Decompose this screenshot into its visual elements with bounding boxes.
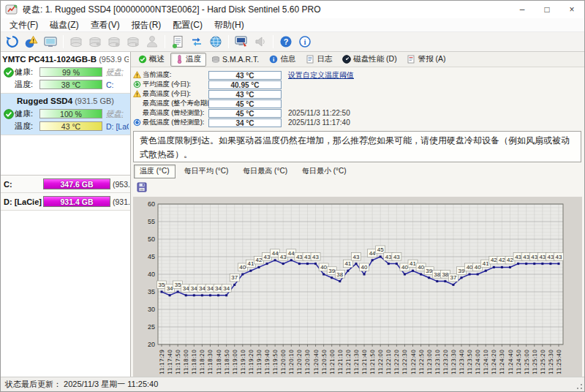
- set-threshold-link[interactable]: 设置自定义温度阈值: [288, 71, 354, 79]
- menu-view[interactable]: 查看(V): [85, 18, 126, 32]
- svg-text:11:19:00: 11:19:00: [232, 349, 238, 374]
- svg-text:11:20:30: 11:20:30: [304, 349, 311, 374]
- resize-grip-icon[interactable]: [574, 381, 584, 391]
- data-point: [225, 294, 227, 296]
- partition-row-c[interactable]: C: 347.6 GB (953.9 GB): [1, 176, 130, 193]
- data-point: [477, 273, 479, 275]
- data-point-label: 34: [199, 284, 205, 291]
- disk-tools-icon[interactable]: [105, 34, 124, 50]
- data-point-label: 43: [312, 253, 319, 260]
- data-point-label: 39: [458, 267, 465, 274]
- close-button[interactable]: ×: [559, 1, 584, 18]
- temp-gauge-value: 40.95 °C: [209, 81, 281, 88]
- data-point-label: 43: [296, 253, 303, 260]
- svg-text:11:21:30: 11:21:30: [353, 349, 360, 374]
- drive-size: (931.5 GB): [75, 97, 114, 105]
- svg-text:11:22:30: 11:22:30: [401, 349, 408, 374]
- svg-text:11:22:10: 11:22:10: [385, 349, 392, 374]
- window-title: 硬盘: 1. Rugged SSD4 [00000000NT3E0062] - …: [23, 4, 510, 16]
- check-circle-icon: [137, 55, 147, 64]
- network-icon[interactable]: [206, 34, 225, 50]
- tab-overview[interactable]: 概述: [134, 53, 170, 67]
- data-point: [322, 273, 325, 275]
- partition-size: 347.6 GB: [44, 179, 110, 189]
- data-point: [485, 269, 487, 271]
- data-point-label: 40: [467, 264, 473, 271]
- tab-log[interactable]: 日志: [301, 53, 337, 67]
- info-icon[interactable]: i: [295, 34, 314, 50]
- tab-disk-performance[interactable]: 磁盘性能 (D): [338, 53, 402, 67]
- menu-help[interactable]: 帮助(H): [208, 18, 250, 32]
- tab-smart[interactable]: S.M.A.R.T.: [207, 53, 264, 67]
- chart-tab-daily-max[interactable]: 每日最高 (°C): [237, 165, 293, 178]
- svg-text:11:24:20: 11:24:20: [491, 349, 497, 374]
- menu-disk[interactable]: 磁盘(Z): [44, 18, 84, 32]
- temp-row-label: 最高温度 (整个寿命期间):: [143, 99, 208, 108]
- health-value: 99 %: [40, 68, 102, 76]
- svg-text:11:24:30: 11:24:30: [499, 349, 505, 374]
- svg-text:20: 20: [148, 341, 155, 348]
- health-bar: 100 %: [39, 109, 102, 118]
- svg-text:45: 45: [148, 253, 155, 260]
- health-ok-icon: [2, 67, 15, 78]
- refresh-icon[interactable]: [3, 34, 22, 50]
- disk-link[interactable]: 硬盘:: [102, 67, 129, 78]
- sound-alert-icon[interactable]: [251, 34, 270, 50]
- save-chart-button[interactable]: [135, 181, 149, 193]
- partition-list: C: 347.6 GB (953.9 GB) D: [LaCie] 931.4 …: [1, 175, 130, 211]
- report-icon[interactable]: [168, 34, 187, 50]
- svg-text:11:21:00: 11:21:00: [329, 349, 336, 374]
- tab-temperature[interactable]: 温度: [170, 53, 206, 67]
- help-icon[interactable]: ?: [276, 34, 295, 50]
- menu-report[interactable]: 报告(R): [126, 18, 167, 32]
- data-point: [233, 283, 235, 285]
- chart-tab-daily-min[interactable]: 每日最小 (°C): [296, 165, 352, 178]
- drive-letter[interactable]: C:: [102, 80, 129, 89]
- partition-row-d[interactable]: D: [LaCie] 931.4 GB (931.5 GB): [1, 193, 130, 211]
- chart-tab-temperature[interactable]: 温度 (°C): [134, 165, 176, 178]
- data-point-label: 43: [393, 253, 400, 260]
- data-point: [436, 280, 438, 282]
- temp-row-label: 最高温度 (曾经测量):: [143, 108, 208, 118]
- surface-view-icon[interactable]: [41, 34, 60, 50]
- temp-bar: 43 °C: [39, 121, 102, 131]
- menu-file[interactable]: 文件(F): [4, 18, 44, 32]
- drive-letter[interactable]: D: [LaCie]: [102, 122, 129, 131]
- data-point: [428, 276, 430, 279]
- disk-test-icon[interactable]: [86, 34, 105, 50]
- health-label: 健康:: [15, 108, 39, 119]
- remote-monitor-icon[interactable]: [232, 34, 251, 50]
- data-point: [525, 263, 527, 265]
- drive-item-rugged-ssd4[interactable]: Rugged SSD4 (931.5 GB) 健康: 100 % 硬盘: 温度:…: [1, 94, 130, 135]
- disk-scan-icon[interactable]: [124, 34, 143, 50]
- data-point-label: 35: [159, 282, 165, 288]
- svg-text:11:23:20: 11:23:20: [442, 349, 449, 374]
- data-point-label: 40: [361, 264, 368, 271]
- drive-name: YMTC PC411-1024GB-B (953.9 GB): [2, 53, 129, 66]
- user-icon[interactable]: [143, 34, 162, 50]
- data-point: [193, 294, 195, 296]
- minimize-button[interactable]: –: [510, 1, 535, 18]
- info-circle-icon: i: [268, 55, 278, 64]
- drive-item-ymtc[interactable]: YMTC PC411-1024GB-B (953.9 GB) 健康: 99 % …: [1, 52, 130, 94]
- menu-config[interactable]: 配置(C): [167, 18, 208, 32]
- tab-information[interactable]: i 信息: [265, 53, 301, 67]
- data-point: [509, 265, 511, 268]
- disk-icon: [211, 55, 220, 64]
- data-point: [185, 294, 187, 296]
- chart-tab-daily-average[interactable]: 每日平均 (°C): [178, 165, 235, 178]
- sync-icon[interactable]: [187, 34, 206, 50]
- data-point: [501, 265, 503, 268]
- data-point: [339, 280, 341, 282]
- temp-gauge: 43 °C: [208, 71, 282, 80]
- maximize-button[interactable]: □: [535, 1, 559, 18]
- tab-alerts[interactable]: 警报 (A): [403, 53, 451, 67]
- alert-settings-icon[interactable]: [22, 34, 41, 50]
- data-point: [217, 294, 219, 296]
- data-point-label: 43: [385, 253, 392, 260]
- app-logo-icon: [5, 4, 18, 15]
- detail-tabs: 概述 温度 S.M.A.R.T. i 信息 日志: [131, 52, 584, 67]
- disk-link[interactable]: 硬盘:: [102, 109, 129, 119]
- disk-detect-icon[interactable]: [67, 34, 86, 50]
- svg-text:11:22:00: 11:22:00: [377, 349, 384, 374]
